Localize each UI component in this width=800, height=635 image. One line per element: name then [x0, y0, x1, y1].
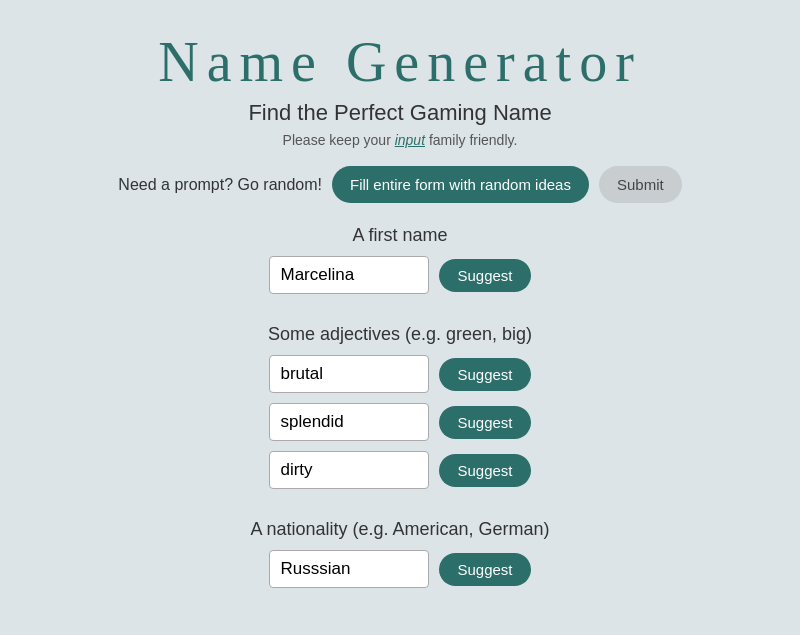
page-subtitle: Find the Perfect Gaming Name: [248, 100, 551, 126]
notice-text: Please keep your input family friendly.: [283, 132, 518, 148]
submit-button[interactable]: Submit: [599, 166, 682, 203]
section-first-name-label: A first name: [352, 225, 447, 246]
nationality-suggest-button[interactable]: Suggest: [439, 553, 530, 586]
nationality-input-row: Suggest: [269, 550, 530, 588]
adjective-2-suggest-button[interactable]: Suggest: [439, 406, 530, 439]
nationality-input[interactable]: [269, 550, 429, 588]
section-nationality: A nationality (e.g. American, German) Su…: [100, 519, 700, 598]
first-name-input-row: Suggest: [269, 256, 530, 294]
adjective-1-input[interactable]: [269, 355, 429, 393]
adjective-3-input-row: Suggest: [269, 451, 530, 489]
section-adjectives-label: Some adjectives (e.g. green, big): [268, 324, 532, 345]
adjective-2-input-row: Suggest: [269, 403, 530, 441]
notice-after: family friendly.: [425, 132, 517, 148]
adjective-1-input-row: Suggest: [269, 355, 530, 393]
adjective-3-suggest-button[interactable]: Suggest: [439, 454, 530, 487]
adjective-3-input[interactable]: [269, 451, 429, 489]
first-name-input[interactable]: [269, 256, 429, 294]
random-row: Need a prompt? Go random! Fill entire fo…: [118, 166, 681, 203]
section-adjectives: Some adjectives (e.g. green, big) Sugges…: [100, 324, 700, 499]
adjective-2-input[interactable]: [269, 403, 429, 441]
fill-random-button[interactable]: Fill entire form with random ideas: [332, 166, 589, 203]
page-title: Name Generator: [158, 30, 642, 94]
section-first-name: A first name Suggest: [100, 225, 700, 304]
notice-before: Please keep your: [283, 132, 395, 148]
adjective-1-suggest-button[interactable]: Suggest: [439, 358, 530, 391]
notice-highlight: input: [395, 132, 425, 148]
prompt-text: Need a prompt? Go random!: [118, 176, 322, 194]
section-nationality-label: A nationality (e.g. American, German): [250, 519, 549, 540]
first-name-suggest-button[interactable]: Suggest: [439, 259, 530, 292]
